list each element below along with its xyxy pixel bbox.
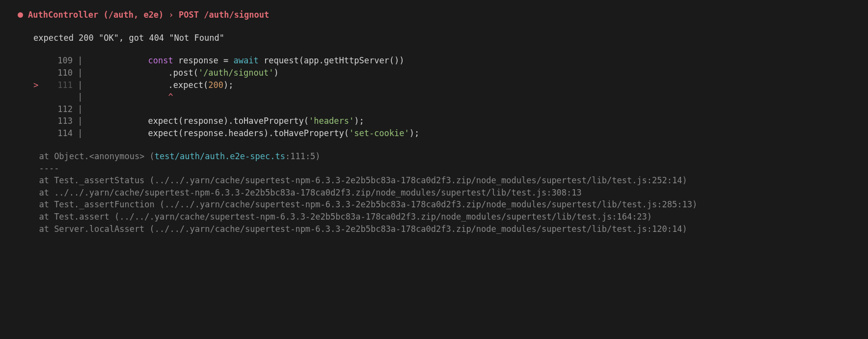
gutter-spacer	[33, 91, 46, 103]
gutter-spacer	[33, 67, 46, 79]
stack-frame: at Test.assert (../../.yarn/cache/supert…	[9, 211, 868, 223]
source-file-link[interactable]: test/auth/auth.e2e-spec.ts	[155, 151, 285, 161]
code-token: const	[148, 56, 173, 65]
code-token: 200	[208, 80, 223, 90]
stack-trace: at Object.<anonymous> (test/auth/auth.e2…	[9, 150, 868, 235]
code-line: 112 |	[33, 103, 868, 115]
code-token: .expect(	[88, 80, 209, 90]
failure-message: expected 200 "OK", got 404 "Not Found"	[9, 32, 868, 44]
gutter-pipe: |	[73, 104, 88, 114]
gutter-pipe: |	[73, 116, 88, 126]
gutter-spacer	[33, 127, 46, 140]
code-token: '/auth/signout'	[198, 68, 274, 78]
code-line: | ^	[33, 91, 868, 103]
gutter-pipe: |	[73, 80, 88, 90]
code-context: 109 | const response = await request(app…	[9, 55, 868, 139]
line-number: 114	[46, 127, 73, 140]
gutter-spacer	[33, 103, 46, 115]
code-token: expect(response.headers).toHaveProperty(	[88, 128, 349, 138]
error-arrow-icon: >	[33, 79, 46, 91]
code-token: );	[409, 128, 419, 138]
gutter-pipe: |	[73, 92, 88, 102]
code-line: 109 | const response = await request(app…	[33, 55, 868, 67]
code-line: 113 | expect(response).toHaveProperty('h…	[33, 115, 868, 127]
code-token: 'set-cookie'	[349, 128, 409, 138]
code-token: request(app.getHttpServer())	[259, 56, 405, 65]
code-line: >111 | .expect(200);	[33, 79, 868, 91]
code-token: await	[234, 56, 259, 65]
stack-frame: at Server.localAssert (../../.yarn/cache…	[9, 223, 868, 235]
line-number: 113	[46, 115, 73, 127]
stack-frame: at Test._assertStatus (../../.yarn/cache…	[9, 174, 868, 187]
gutter-pipe: |	[73, 68, 88, 78]
code-token: )	[273, 68, 278, 78]
code-token: expect(response).toHaveProperty(	[88, 116, 309, 126]
line-number: 111	[46, 79, 73, 91]
code-token: );	[223, 80, 233, 90]
gutter-spacer	[33, 55, 46, 67]
test-failure-header: AuthController (/auth, e2e) › POST /auth…	[9, 9, 868, 21]
code-token: .post(	[88, 68, 198, 78]
stack-frame: at ../../.yarn/cache/supertest-npm-6.3.3…	[9, 187, 868, 199]
gutter-spacer	[33, 115, 46, 127]
line-number: 109	[46, 55, 73, 67]
line-number: 112	[46, 103, 73, 115]
code-token: response =	[173, 56, 234, 65]
stack-separator: ----	[9, 162, 868, 174]
test-title: AuthController (/auth, e2e) › POST /auth…	[28, 9, 269, 21]
stack-frame: at Test._assertFunction (../../.yarn/cac…	[9, 198, 868, 211]
line-number	[46, 91, 73, 103]
code-token	[88, 56, 148, 65]
stack-frame-primary: at Object.<anonymous> (test/auth/auth.e2…	[9, 150, 868, 163]
code-line: 110 | .post('/auth/signout')	[33, 67, 868, 79]
code-token: ^	[168, 92, 173, 102]
gutter-pipe: |	[73, 56, 88, 65]
line-number: 110	[46, 67, 73, 79]
gutter-pipe: |	[73, 128, 88, 138]
code-token: 'headers'	[309, 116, 354, 126]
failure-dot-icon	[18, 12, 23, 18]
code-token: );	[354, 116, 364, 126]
code-line: 114 | expect(response.headers).toHavePro…	[33, 127, 868, 140]
code-token	[88, 92, 168, 102]
